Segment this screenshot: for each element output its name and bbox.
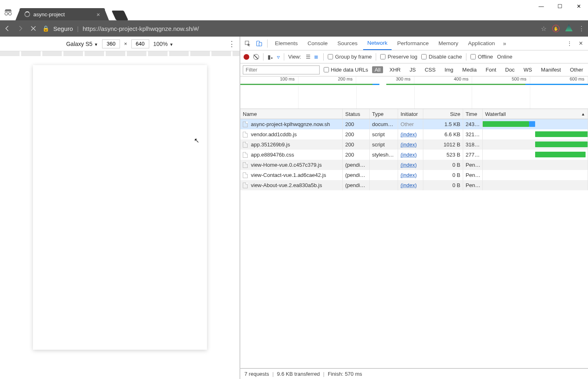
filter-input[interactable] — [243, 65, 320, 74]
col-header-name[interactable]: Name — [240, 109, 343, 119]
lock-icon[interactable]: 🔒 — [42, 25, 49, 32]
url-text[interactable]: https://async-project-kplhwqgnze.now.sh/… — [83, 25, 199, 32]
record-button[interactable] — [244, 54, 249, 60]
table-row[interactable]: vendor.add1cddb.js200script(index)6.6 KB… — [240, 129, 588, 139]
secure-label: Seguro — [53, 25, 73, 32]
device-toolbar-menu-button[interactable]: ⋮ — [228, 39, 235, 48]
preserve-log-checkbox[interactable]: Preserve log — [380, 54, 417, 60]
table-row[interactable]: app.351269b9.js200script(index)1012 B318… — [240, 139, 588, 150]
request-initiator[interactable]: (index) — [401, 142, 417, 148]
filter-type-font[interactable]: Font — [483, 66, 499, 73]
filter-type-manifest[interactable]: Manifest — [538, 66, 563, 73]
new-tab-button[interactable] — [111, 11, 128, 20]
tab-sources[interactable]: Sources — [333, 37, 362, 50]
ruler — [0, 51, 240, 56]
device-width-input[interactable] — [102, 39, 120, 48]
request-initiator[interactable]: (index) — [401, 162, 417, 168]
device-toggle-button[interactable] — [254, 39, 264, 48]
tab-close-button[interactable]: × — [96, 11, 100, 18]
filter-type-js[interactable]: JS — [407, 66, 418, 73]
device-select[interactable]: Galaxy S5 ▼ — [66, 41, 98, 47]
bookmark-star-icon[interactable]: ☆ — [541, 25, 547, 33]
filter-type-css[interactable]: CSS — [422, 66, 438, 73]
dimensions-separator: × — [124, 41, 127, 47]
status-requests: 7 requests — [244, 371, 269, 377]
request-initiator[interactable]: (index) — [401, 182, 417, 188]
window-maximize-button[interactable]: ☐ — [551, 0, 569, 12]
col-header-status[interactable]: Status — [343, 109, 370, 119]
browser-tab[interactable]: async-project × — [20, 8, 105, 20]
request-initiator[interactable]: (index) — [401, 152, 417, 158]
table-row[interactable]: view-Home-vue.0.c457c379.js(pendi…(index… — [240, 160, 588, 170]
svg-rect-4 — [259, 42, 262, 46]
network-toolbar: ▮● ▿ View: ☰ ≣ Group by frame Preserve l… — [240, 50, 588, 63]
filter-type-img[interactable]: Img — [442, 66, 456, 73]
filter-type-all[interactable]: All — [372, 66, 383, 73]
col-header-time[interactable]: Time — [463, 109, 483, 119]
request-waterfall — [483, 119, 588, 129]
request-status: 200 — [343, 129, 370, 139]
large-rows-button[interactable]: ☰ — [306, 54, 311, 60]
request-size: 0 B — [426, 162, 460, 168]
request-time: Pen… — [463, 180, 483, 190]
filter-type-doc[interactable]: Doc — [503, 66, 517, 73]
filter-type-ws[interactable]: WS — [521, 66, 534, 73]
table-row[interactable]: view-Contact-vue.1.ad6cae42.js(pendi…(in… — [240, 170, 588, 180]
timeline-tick: 500 ms — [472, 76, 530, 85]
timeline-overview[interactable]: 100 ms200 ms300 ms400 ms500 ms600 ms — [240, 76, 588, 109]
tab-performance[interactable]: Performance — [393, 37, 433, 50]
request-initiator[interactable]: Other — [401, 121, 414, 127]
vue-devtools-icon[interactable] — [565, 24, 573, 33]
stop-reload-button[interactable] — [29, 24, 37, 33]
request-initiator[interactable]: (index) — [401, 172, 417, 178]
window-minimize-button[interactable]: — — [532, 0, 551, 12]
filter-type-media[interactable]: Media — [460, 66, 479, 73]
request-type — [370, 180, 398, 190]
inspect-element-button[interactable] — [243, 39, 253, 48]
group-by-frame-checkbox[interactable]: Group by frame — [328, 54, 372, 60]
tab-application[interactable]: Application — [464, 37, 499, 50]
request-status: (pendi… — [343, 180, 370, 190]
tab-console[interactable]: Console — [303, 37, 332, 50]
devtools-close-button[interactable]: ✕ — [576, 39, 586, 48]
col-header-waterfall[interactable]: Waterfall▲ — [483, 109, 588, 119]
disable-cache-checkbox[interactable]: Disable cache — [421, 54, 462, 60]
status-finish: Finish: 570 ms — [328, 371, 362, 377]
window-close-button[interactable]: ✕ — [569, 0, 588, 12]
waterfall-view-button[interactable]: ≣ — [314, 54, 318, 60]
table-row[interactable]: async-project-kplhwqgnze.now.sh200docum…… — [240, 119, 588, 129]
filter-type-xhr[interactable]: XHR — [387, 66, 403, 73]
device-frame[interactable]: ↖ — [33, 65, 207, 350]
col-header-initiator[interactable]: Initiator — [398, 109, 423, 119]
device-height-input[interactable] — [131, 39, 149, 48]
throttling-select[interactable]: Online — [497, 54, 512, 60]
screenshots-button[interactable]: ▮● — [268, 54, 273, 60]
table-row[interactable]: app.e889476b.css200stylesh…(index)523 B2… — [240, 150, 588, 160]
file-icon — [243, 183, 248, 188]
request-time: 321… — [463, 129, 483, 139]
devtools-menu-button[interactable]: ⋮ — [564, 39, 574, 48]
browser-menu-button[interactable]: ⋮ — [578, 25, 585, 33]
tab-network[interactable]: Network — [363, 37, 392, 50]
filter-toggle-button[interactable]: ▿ — [277, 54, 280, 60]
zoom-select[interactable]: 100% ▼ — [153, 41, 174, 47]
col-header-type[interactable]: Type — [370, 109, 398, 119]
forward-button[interactable] — [16, 24, 24, 33]
col-header-size[interactable]: Size — [423, 109, 463, 119]
table-row[interactable]: view-About-vue.2.ea830a5b.js(pendi…(inde… — [240, 180, 588, 190]
request-initiator[interactable]: (index) — [401, 131, 417, 137]
file-icon — [243, 142, 248, 148]
adblock-icon[interactable]: ✋ — [552, 25, 560, 32]
file-icon — [243, 162, 248, 168]
clear-button[interactable] — [253, 54, 259, 60]
table-header[interactable]: Name Status Type Initiator Size Time Wat… — [240, 109, 588, 119]
more-tabs-button[interactable]: » — [501, 40, 509, 47]
tab-elements[interactable]: Elements — [271, 37, 302, 50]
offline-checkbox[interactable]: Offline — [470, 54, 493, 60]
filter-type-other[interactable]: Other — [567, 66, 586, 73]
back-button[interactable] — [3, 24, 11, 33]
tab-memory[interactable]: Memory — [434, 37, 462, 50]
device-viewport-pane: Galaxy S5 ▼ × 100% ▼ ⋮ ↖ — [0, 37, 240, 379]
browser-tab-title: async-project — [33, 11, 65, 17]
hide-data-urls-checkbox[interactable]: Hide data URLs — [324, 67, 368, 73]
